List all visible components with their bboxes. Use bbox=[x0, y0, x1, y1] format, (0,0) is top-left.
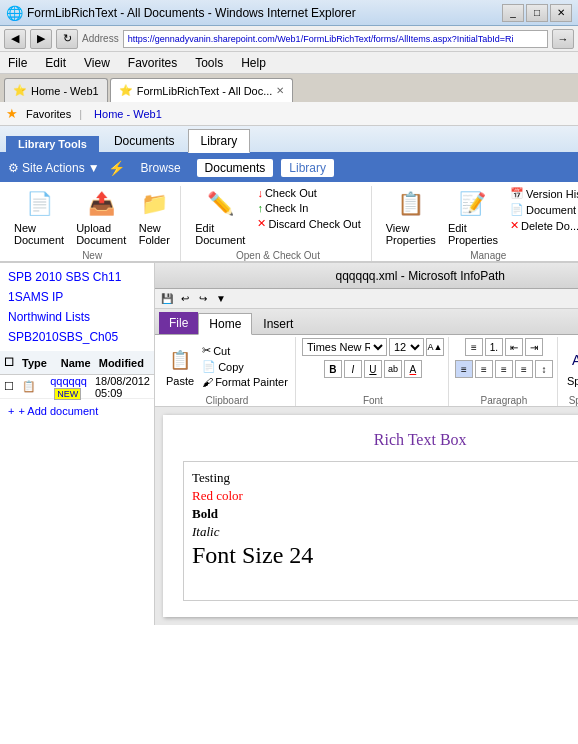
ip-redo-btn[interactable]: ↪ bbox=[195, 291, 211, 307]
align-right-btn[interactable]: ≡ bbox=[495, 360, 513, 378]
restore-button[interactable]: □ bbox=[526, 4, 548, 22]
edit-properties-button[interactable]: 📝 EditProperties bbox=[444, 186, 502, 248]
tab-close-button[interactable]: ✕ bbox=[276, 85, 284, 96]
infopath-title: qqqqqq.xml - Microsoft InfoPath bbox=[335, 269, 504, 283]
doc-list-header: ☐ Type Name Modified bbox=[0, 351, 154, 375]
italic-button[interactable]: I bbox=[344, 360, 362, 378]
fav-item-home[interactable]: Home - Web1 bbox=[90, 106, 166, 122]
check-out-button[interactable]: ↓ Check Out bbox=[253, 186, 364, 200]
spelling-group-label: Spelling bbox=[564, 395, 578, 406]
ip-dropdown-btn[interactable]: ▼ bbox=[213, 291, 229, 307]
permissions-label: Document bbox=[526, 204, 576, 216]
checkout-group-label: Open & Check Out bbox=[236, 248, 320, 261]
ip-save-btn[interactable]: 💾 bbox=[159, 291, 175, 307]
nav-spb2[interactable]: SPB2010SBS_Ch05 bbox=[0, 327, 154, 347]
indent-increase-btn[interactable]: ⇥ bbox=[525, 338, 543, 356]
new-folder-button[interactable]: 📁 NewFolder bbox=[134, 186, 174, 248]
forward-button[interactable]: ▶ bbox=[30, 29, 52, 49]
ip-tab-insert[interactable]: Insert bbox=[252, 312, 304, 334]
copy-icon: 📄 bbox=[202, 360, 216, 373]
go-button[interactable]: → bbox=[552, 29, 574, 49]
tab-home[interactable]: ⭐ Home - Web1 bbox=[4, 78, 108, 102]
library-tab-btn[interactable]: Library bbox=[281, 159, 334, 177]
ordered-list-btn[interactable]: 1. bbox=[485, 338, 503, 356]
doc-text-box[interactable]: Testing Red color Bold Italic Font Size … bbox=[183, 461, 578, 601]
doc-line-4: Italic bbox=[192, 524, 578, 540]
ip-tab-home[interactable]: Home bbox=[198, 313, 252, 335]
check-out-icon: ↓ bbox=[257, 187, 263, 199]
delete-document-button[interactable]: ✕ Delete Do... bbox=[506, 218, 578, 233]
font-color-button[interactable]: A bbox=[404, 360, 422, 378]
new-document-button[interactable]: 📄 NewDocument bbox=[10, 186, 68, 248]
add-document-row[interactable]: + + Add document bbox=[0, 399, 154, 423]
doc-row-1[interactable]: ☐ 📋 qqqqqq NEW 18/08/2012 05:09 bbox=[0, 375, 154, 399]
menu-view[interactable]: View bbox=[80, 54, 114, 72]
cut-icon: ✂ bbox=[202, 344, 211, 357]
grow-font-btn[interactable]: A▲ bbox=[426, 338, 444, 356]
align-center-btn[interactable]: ≡ bbox=[475, 360, 493, 378]
tab-sp-icon: ⭐ bbox=[119, 84, 133, 97]
paste-label: Paste bbox=[166, 375, 194, 387]
menu-favorites[interactable]: Favorites bbox=[124, 54, 181, 72]
align-justify-btn[interactable]: ≡ bbox=[515, 360, 533, 378]
tab-home-label: Home - Web1 bbox=[31, 85, 99, 97]
menu-edit[interactable]: Edit bbox=[41, 54, 70, 72]
format-painter-button[interactable]: 🖌 Format Painter bbox=[199, 375, 291, 389]
document-permissions-button[interactable]: 📄 Document bbox=[506, 202, 578, 217]
tab-formlibrichtext[interactable]: ⭐ FormLibRichText - All Doc... ✕ bbox=[110, 78, 294, 102]
highlight-button[interactable]: ab bbox=[384, 360, 402, 378]
version-icon: 📅 bbox=[510, 187, 524, 200]
tab-documents[interactable]: Documents bbox=[101, 128, 188, 152]
paste-icon: 📋 bbox=[166, 346, 194, 374]
upload-document-button[interactable]: 📤 UploadDocument bbox=[72, 186, 130, 248]
align-left-btn[interactable]: ≡ bbox=[455, 360, 473, 378]
delete-icon: ✕ bbox=[510, 219, 519, 232]
documents-tab-btn[interactable]: Documents bbox=[197, 159, 274, 177]
format-painter-label: Format Painter bbox=[215, 376, 288, 388]
version-history-button[interactable]: 📅 Version His... bbox=[506, 186, 578, 201]
favorites-bar: ★ Favorites | Home - Web1 bbox=[0, 102, 578, 126]
nav-sams[interactable]: 1SAMS IP bbox=[0, 287, 154, 307]
edit-document-button[interactable]: ✏️ EditDocument bbox=[191, 186, 249, 248]
add-doc-icon: + bbox=[8, 405, 14, 417]
font-name-select[interactable]: Times New Ro bbox=[302, 338, 387, 356]
menu-tools[interactable]: Tools bbox=[191, 54, 227, 72]
row-checkbox[interactable]: ☐ bbox=[4, 380, 14, 393]
minimize-button[interactable]: _ bbox=[502, 4, 524, 22]
browse-tab[interactable]: Browse bbox=[133, 159, 189, 177]
bold-button[interactable]: B bbox=[324, 360, 342, 378]
address-input[interactable] bbox=[123, 30, 548, 48]
copy-button[interactable]: 📄 Copy bbox=[199, 359, 291, 374]
refresh-button[interactable]: ↻ bbox=[56, 29, 78, 49]
row-modified: 18/08/2012 05:09 bbox=[95, 375, 150, 399]
tab-sp-label: FormLibRichText - All Doc... bbox=[137, 85, 273, 97]
close-button[interactable]: ✕ bbox=[550, 4, 572, 22]
font-size-select[interactable]: 12 bbox=[389, 338, 424, 356]
site-actions-button[interactable]: ⚙ Site Actions ▼ bbox=[8, 161, 100, 175]
tab-library[interactable]: Library bbox=[188, 129, 251, 153]
view-properties-button[interactable]: 📋 ViewProperties bbox=[382, 186, 440, 248]
check-in-button[interactable]: ↑ Check In bbox=[253, 201, 364, 215]
ip-undo-btn[interactable]: ↩ bbox=[177, 291, 193, 307]
header-name: Name bbox=[61, 357, 91, 369]
underline-button[interactable]: U bbox=[364, 360, 382, 378]
browser-icon: 🌐 bbox=[6, 5, 23, 21]
paste-button[interactable]: 📋 Paste bbox=[163, 344, 197, 389]
nav-spb[interactable]: SPB 2010 SBS Ch11 bbox=[0, 267, 154, 287]
spelling-button[interactable]: ABC Spelling bbox=[564, 344, 578, 389]
library-tools-label: Library Tools bbox=[6, 136, 99, 152]
nav-northwind[interactable]: Northwind Lists bbox=[0, 307, 154, 327]
ip-tab-file[interactable]: File bbox=[159, 312, 198, 334]
left-nav: SPB 2010 SBS Ch11 1SAMS IP Northwind Lis… bbox=[0, 263, 155, 625]
para-spacing-btn[interactable]: ↕ bbox=[535, 360, 553, 378]
menu-file[interactable]: File bbox=[4, 54, 31, 72]
menu-help[interactable]: Help bbox=[237, 54, 270, 72]
discard-checkout-button[interactable]: ✕ Discard Check Out bbox=[253, 216, 364, 231]
cut-button[interactable]: ✂ Cut bbox=[199, 343, 291, 358]
indent-decrease-btn[interactable]: ⇤ bbox=[505, 338, 523, 356]
list-button[interactable]: ≡ bbox=[465, 338, 483, 356]
header-checkbox[interactable]: ☐ bbox=[4, 356, 14, 369]
site-actions-icon: ⚙ bbox=[8, 161, 19, 175]
back-button[interactable]: ◀ bbox=[4, 29, 26, 49]
doc-link[interactable]: qqqqqq bbox=[50, 375, 87, 387]
